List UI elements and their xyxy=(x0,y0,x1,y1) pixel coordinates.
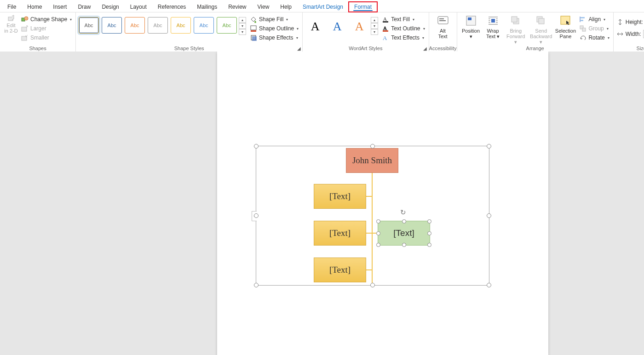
smartart-selected-node[interactable]: [Text] ↻ xyxy=(378,221,430,246)
tab-home[interactable]: Home xyxy=(22,2,47,12)
rotate-icon xyxy=(579,34,586,41)
bring-forward-icon xyxy=(509,14,522,27)
frame-handle-w[interactable] xyxy=(254,213,259,218)
tab-draw[interactable]: Draw xyxy=(72,2,96,12)
position-label: Position▾ xyxy=(462,28,480,39)
shape-style-swatch-3[interactable]: Abc xyxy=(125,17,145,34)
wordart-swatch-1[interactable]: A xyxy=(305,17,325,34)
alt-text-label: Alt Text xyxy=(438,28,447,39)
change-shape-button[interactable]: Change Shape▾ xyxy=(20,15,73,23)
tab-references[interactable]: References xyxy=(152,2,191,12)
tab-format[interactable]: Format xyxy=(349,2,377,12)
node-handle-nw[interactable] xyxy=(376,219,380,223)
alt-text-button[interactable]: Alt Text xyxy=(432,13,454,40)
smartart-child-1[interactable]: [Text] xyxy=(314,184,366,209)
svg-rect-23 xyxy=(539,18,544,24)
tab-help[interactable]: Help xyxy=(275,2,297,12)
frame-handle-n[interactable] xyxy=(370,144,375,149)
edit-in-2d-label: Edit in 2-D xyxy=(4,23,17,34)
shape-effects-icon xyxy=(250,34,257,41)
shape-styles-gallery[interactable]: Abc Abc Abc Abc Abc Abc Abc xyxy=(79,13,237,34)
svg-point-2 xyxy=(24,17,28,20)
tab-view[interactable]: View xyxy=(252,2,275,12)
document-canvas[interactable]: John Smith [Text] [Text] [Text] [Text] ↻… xyxy=(0,52,644,355)
wordart-gallery[interactable]: A A A xyxy=(305,13,369,34)
shape-style-swatch-5[interactable]: Abc xyxy=(171,17,191,34)
wordart-gallery-up[interactable]: ▴ xyxy=(371,17,378,23)
selection-pane-button[interactable]: SelectionPane xyxy=(554,13,576,40)
tab-smartart-design[interactable]: SmartArt Design xyxy=(297,2,349,12)
shape-effects-button[interactable]: Shape Effects▾ xyxy=(249,34,299,42)
position-button[interactable]: Position▾ xyxy=(460,13,482,40)
smartart-root-node[interactable]: John Smith xyxy=(346,148,398,173)
tab-review[interactable]: Review xyxy=(223,2,252,12)
text-outline-label: Text Outline xyxy=(391,25,420,32)
frame-handle-ne[interactable] xyxy=(487,144,491,149)
rotate-button[interactable]: Rotate▾ xyxy=(578,34,610,42)
frame-handle-nw[interactable] xyxy=(254,144,259,149)
group-shapes: Edit in 2-D Change Shape▾ Larger Smaller… xyxy=(0,12,76,52)
smartart-child-3[interactable]: [Text] xyxy=(314,258,366,282)
svg-rect-16 xyxy=(439,20,446,21)
tab-insert[interactable]: Insert xyxy=(47,2,72,12)
text-fill-label: Text Fill xyxy=(391,16,410,23)
wordart-launcher[interactable]: ◢ xyxy=(423,46,428,51)
shape-style-swatch-6[interactable]: Abc xyxy=(194,17,214,34)
node-handle-n[interactable] xyxy=(402,219,406,223)
gallery-more-button[interactable]: ▾ xyxy=(239,29,246,35)
wordart-gallery-more[interactable]: ▾ xyxy=(371,29,378,35)
node-handle-se[interactable] xyxy=(427,243,431,247)
node-handle-sw[interactable] xyxy=(376,243,380,247)
text-effects-button[interactable]: A Text Effects▾ xyxy=(381,34,426,42)
frame-handle-e[interactable] xyxy=(487,213,491,218)
text-fill-icon: A xyxy=(382,16,389,23)
tab-layout[interactable]: Layout xyxy=(125,2,152,12)
align-button[interactable]: Align▾ xyxy=(578,15,610,23)
smartart-child-2[interactable]: [Text] xyxy=(314,221,366,246)
wordart-swatch-2[interactable]: A xyxy=(328,17,347,34)
shape-style-swatch-7[interactable]: Abc xyxy=(217,17,237,34)
svg-rect-19 xyxy=(491,19,495,23)
text-fill-button[interactable]: A Text Fill▾ xyxy=(381,15,426,23)
node-handle-w[interactable] xyxy=(376,231,380,235)
group-accessibility-label: Accessibility xyxy=(429,46,457,52)
frame-handle-se[interactable] xyxy=(487,283,491,287)
tab-design[interactable]: Design xyxy=(96,2,124,12)
node-handle-ne[interactable] xyxy=(427,219,431,223)
shape-style-swatch-2[interactable]: Abc xyxy=(102,17,122,34)
shape-outline-button[interactable]: Shape Outline▾ xyxy=(249,24,299,33)
align-icon xyxy=(579,16,586,23)
shape-outline-icon xyxy=(250,25,257,32)
frame-handle-sw[interactable] xyxy=(254,283,259,287)
frame-handle-s[interactable] xyxy=(370,283,375,287)
tab-mailings[interactable]: Mailings xyxy=(191,2,223,12)
selection-pane-icon xyxy=(559,14,572,27)
shape-fill-icon xyxy=(250,16,257,23)
shape-style-swatch-1[interactable]: Abc xyxy=(79,17,99,34)
shape-styles-launcher[interactable]: ◢ xyxy=(296,46,301,51)
shape-style-swatch-4[interactable]: Abc xyxy=(148,17,168,34)
text-outline-button[interactable]: A Text Outline▾ xyxy=(381,24,426,33)
bring-forward-button: BringForward ▾ xyxy=(504,13,528,46)
svg-rect-21 xyxy=(512,17,517,22)
text-effects-icon: A xyxy=(382,34,389,41)
larger-icon xyxy=(21,25,29,32)
rotate-handle-icon[interactable]: ↻ xyxy=(400,208,406,217)
gallery-down-button[interactable]: ▾ xyxy=(239,23,246,29)
wordart-gallery-down[interactable]: ▾ xyxy=(371,23,378,29)
wordart-swatch-3[interactable]: A xyxy=(350,17,369,34)
shape-fill-button[interactable]: Shape Fill▾ xyxy=(249,15,299,23)
shape-effects-label: Shape Effects xyxy=(259,34,293,41)
wrap-text-icon xyxy=(487,14,500,27)
send-backward-button: SendBackward ▾ xyxy=(528,13,554,46)
smaller-label: Smaller xyxy=(30,34,49,41)
node-handle-e[interactable] xyxy=(427,231,431,235)
tab-file[interactable]: File xyxy=(2,2,22,12)
shape-styles-gallery-scroll[interactable]: ▴ ▾ ▾ xyxy=(239,13,246,35)
node-handle-s[interactable] xyxy=(402,243,406,247)
group-shape-styles: Abc Abc Abc Abc Abc Abc Abc ▴ ▾ ▾ Shape … xyxy=(76,12,303,52)
wordart-gallery-scroll[interactable]: ▴ ▾ ▾ xyxy=(371,13,378,35)
wrap-text-button[interactable]: WrapText ▾ xyxy=(482,13,504,40)
smartart-frame[interactable]: John Smith [Text] [Text] [Text] [Text] ↻… xyxy=(256,146,489,286)
gallery-up-button[interactable]: ▴ xyxy=(239,17,246,23)
